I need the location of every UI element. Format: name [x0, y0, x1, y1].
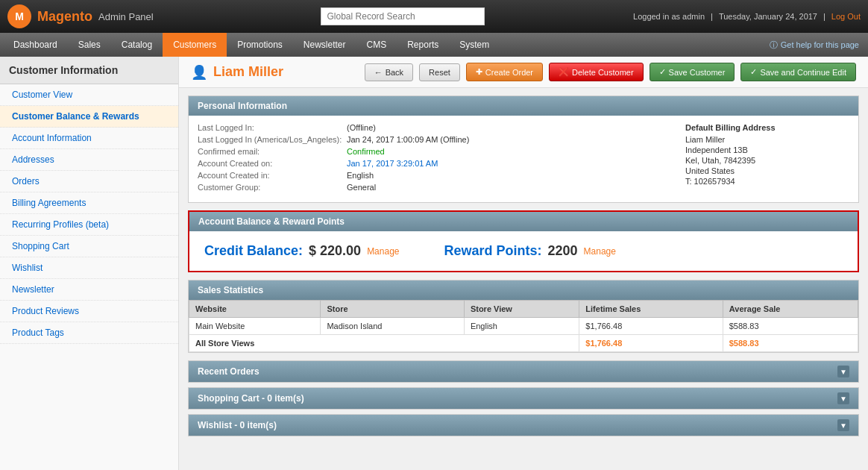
help-link[interactable]: Get help for this page: [781, 40, 859, 49]
website-cell: Main Website: [189, 318, 321, 335]
account-created-value: Jan 17, 2017 3:29:01 AM: [347, 159, 438, 168]
sidebar-item-customer-view[interactable]: Customer View: [0, 84, 178, 106]
balance-body: Credit Balance: $ 220.00 Manage Reward P…: [189, 231, 858, 271]
nav-cms[interactable]: CMS: [356, 33, 397, 57]
sales-stats-body: Website Store Store View Lifetime Sales …: [189, 300, 858, 352]
credit-balance-item: Credit Balance: $ 220.00 Manage: [204, 243, 400, 259]
last-logged-tz-label: Last Logged In (America/Los_Angeles):: [198, 135, 347, 144]
store-cell: Madison Island: [321, 318, 464, 335]
stats-total-row: All Store Views $1,766.48 $588.83: [189, 335, 858, 352]
header-right: Logged in as admin | Tuesday, January 24…: [633, 12, 861, 21]
recent-orders-section: Recent Orders ▼: [188, 360, 859, 383]
save-customer-button[interactable]: ✓ Save Customer: [650, 63, 735, 81]
total-lifetime: $1,766.48: [579, 335, 723, 352]
nav-dashboard[interactable]: Dashboard: [3, 33, 68, 57]
nav-customers[interactable]: Customers: [163, 33, 227, 57]
customer-group-label: Customer Group:: [198, 183, 347, 192]
total-average: $588.83: [723, 335, 858, 352]
separator: |: [711, 12, 713, 21]
logo-area: M Magento Admin Panel: [7, 4, 172, 28]
nav-catalog[interactable]: Catalog: [111, 33, 163, 57]
collapse-icon-3: ▼: [837, 419, 849, 431]
info-row: Last Logged In: (Offline): [198, 123, 670, 132]
customer-name-title: Liam Miller: [213, 64, 359, 80]
billing-city-state: Kel, Utah, 7842395: [685, 156, 849, 165]
col-website: Website: [189, 301, 321, 318]
sidebar-item-newsletter[interactable]: Newsletter: [0, 279, 178, 301]
wishlist-section: Wishlist - 0 item(s) ▼: [188, 414, 859, 436]
total-label: All Store Views: [189, 335, 579, 352]
global-search-input[interactable]: [321, 7, 485, 25]
reward-points-label: Reward Points:: [444, 243, 542, 259]
billing-phone: T: 102657934: [685, 177, 849, 186]
personal-info-body: Last Logged In: (Offline) Last Logged In…: [189, 116, 858, 202]
reset-button[interactable]: Reset: [419, 63, 460, 81]
customer-group-value: General: [347, 183, 376, 192]
last-logged-label: Last Logged In:: [198, 123, 347, 132]
nav-promotions[interactable]: Promotions: [227, 33, 293, 57]
sidebar-item-recurring-profiles[interactable]: Recurring Profiles (beta): [0, 214, 178, 236]
wishlist-header[interactable]: Wishlist - 0 item(s) ▼: [189, 415, 858, 436]
col-average-sale: Average Sale: [723, 301, 858, 318]
personal-info-section: Personal Information Last Logged In: (Of…: [188, 95, 859, 203]
plus-icon: ✚: [476, 67, 482, 77]
account-created-label: Account Created on:: [198, 159, 347, 168]
sidebar-header: Customer Information: [0, 57, 178, 84]
credit-manage-link[interactable]: Manage: [367, 246, 399, 257]
reward-manage-link[interactable]: Manage: [584, 246, 616, 257]
credit-balance-label: Credit Balance:: [204, 243, 303, 259]
info-left: Last Logged In: (Offline) Last Logged In…: [198, 123, 670, 195]
nav-system[interactable]: System: [449, 33, 500, 57]
sidebar-item-wishlist[interactable]: Wishlist: [0, 257, 178, 279]
sidebar-item-orders[interactable]: Orders: [0, 171, 178, 192]
info-grid: Last Logged In: (Offline) Last Logged In…: [198, 123, 849, 195]
logo-text: Magento: [37, 9, 92, 25]
col-store-view: Store View: [464, 301, 579, 318]
create-order-button[interactable]: ✚ Create Order: [466, 63, 543, 81]
logout-link[interactable]: Log Out: [831, 12, 861, 21]
balance-header: Account Balance & Reward Points: [189, 212, 858, 231]
confirmed-email-value: Confirmed: [347, 147, 385, 156]
collapse-icon: ▼: [837, 366, 849, 377]
delete-customer-button[interactable]: ❌ Delete Customer: [549, 63, 644, 81]
sidebar-item-balance-rewards[interactable]: Customer Balance & Rewards: [0, 106, 178, 128]
billing-name: Liam Miller: [685, 135, 849, 144]
recent-orders-label: Recent Orders: [198, 366, 260, 377]
reward-points-value: 2200: [548, 243, 578, 259]
sales-stats-table: Website Store Store View Lifetime Sales …: [189, 300, 858, 352]
billing-street: Independent 13B: [685, 145, 849, 154]
back-button[interactable]: ← Back: [365, 63, 413, 81]
sidebar-item-billing-agreements[interactable]: Billing Agreements: [0, 192, 178, 214]
sidebar-item-product-tags[interactable]: Product Tags: [0, 322, 178, 344]
back-icon: ←: [374, 68, 383, 77]
shopping-cart-header[interactable]: Shopping Cart - 0 item(s) ▼: [189, 388, 858, 409]
store-view-cell: English: [464, 318, 579, 335]
info-right: Default Billing Address Liam Miller Inde…: [685, 123, 849, 195]
nav-sales[interactable]: Sales: [68, 33, 111, 57]
last-logged-value: (Offline): [347, 123, 376, 132]
search-area: [172, 7, 633, 25]
sidebar: Customer Information Customer View Custo…: [0, 57, 179, 470]
sidebar-item-shopping-cart[interactable]: Shopping Cart: [0, 236, 178, 257]
last-logged-tz-value: Jan 24, 2017 1:00:09 AM (Offline): [347, 135, 469, 144]
confirmed-email-label: Confirmed email:: [198, 147, 347, 156]
check-icon: ✓: [659, 67, 666, 77]
main-nav: Dashboard Sales Catalog Customers Promot…: [0, 33, 868, 57]
separator2: |: [823, 12, 825, 21]
sales-stats-section: Sales Statistics Website Store Store Vie…: [188, 280, 859, 353]
sidebar-item-addresses[interactable]: Addresses: [0, 149, 178, 171]
sidebar-item-product-reviews[interactable]: Product Reviews: [0, 301, 178, 322]
nav-newsletter[interactable]: Newsletter: [293, 33, 356, 57]
date-text: Tuesday, January 24, 2017: [719, 12, 817, 21]
nav-reports[interactable]: Reports: [397, 33, 449, 57]
credit-balance-value: $ 220.00: [309, 243, 361, 259]
reward-points-item: Reward Points: 2200 Manage: [444, 243, 616, 259]
sidebar-item-account-info[interactable]: Account Information: [0, 128, 178, 149]
account-created-in-label: Account Created in:: [198, 171, 347, 180]
info-row: Account Created in: English: [198, 171, 670, 180]
save-continue-button[interactable]: ✓ Save and Continue Edit: [740, 63, 856, 81]
billing-country: United States: [685, 166, 849, 175]
lifetime-cell: $1,766.48: [579, 318, 723, 335]
recent-orders-header[interactable]: Recent Orders ▼: [189, 361, 858, 382]
shopping-cart-section: Shopping Cart - 0 item(s) ▼: [188, 387, 859, 410]
